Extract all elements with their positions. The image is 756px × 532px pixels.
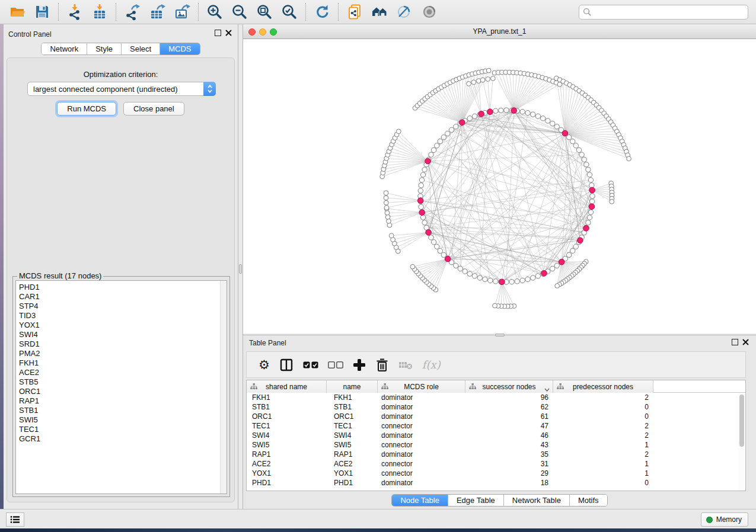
cell-predecessor-nodes[interactable]: 2 [553,393,653,402]
close-panel-button[interactable]: Close panel [123,102,184,116]
column-header-shared-name[interactable]: shared name [247,380,327,393]
cell-successor-nodes[interactable]: 62 [465,402,553,412]
zoom-fit-icon[interactable] [254,2,275,21]
cell-successor-nodes[interactable]: 35 [465,450,553,459]
cell-MCDS-role[interactable]: connector [378,459,465,469]
horizontal-splitter-grip[interactable] [495,334,505,336]
cell-name[interactable]: ORC1 [327,412,378,421]
export-network-icon[interactable] [122,2,142,21]
cell-predecessor-nodes[interactable]: 0 [553,478,653,488]
cell-name[interactable]: ACE2 [327,459,378,469]
optimization-criterion-select[interactable]: largest connected component (undirected) [27,82,216,96]
column-header-MCDS-role[interactable]: MCDS role [378,380,465,393]
cell-name[interactable]: RAP1 [327,450,378,459]
cell-predecessor-nodes[interactable]: 2 [553,421,653,431]
zoom-out-icon[interactable] [229,2,250,21]
node-table[interactable]: shared namenameMCDS rolesuccessor nodesp… [246,380,746,491]
vertical-splitter[interactable] [238,24,243,509]
cell-predecessor-nodes[interactable]: 1 [553,459,653,469]
select-all-icon[interactable] [303,355,318,375]
cell-predecessor-nodes[interactable]: 1 [553,469,653,478]
delete-row-icon[interactable] [375,355,389,375]
mcds-result-item[interactable]: RAP1 [16,396,227,406]
import-table-icon[interactable] [90,2,110,21]
network-graph[interactable] [243,39,756,334]
mcds-result-item[interactable]: TID3 [16,311,227,321]
table-scrollbar-thumb[interactable] [739,395,744,447]
cell-name[interactable]: PHD1 [327,478,378,488]
cell-predecessor-nodes[interactable]: 0 [553,412,653,421]
network-view-canvas[interactable] [243,39,756,334]
cell-successor-nodes[interactable]: 96 [465,393,553,402]
columns-icon[interactable] [279,355,294,375]
table-row[interactable]: ACE2ACE2connector311 [247,459,745,469]
mcds-result-item[interactable]: PMA2 [16,349,227,358]
table-row[interactable]: TEC1TEC1connector472 [247,421,745,431]
mcds-result-list[interactable]: PHD1CAR1STP4TID3YOX1SWI4SRD1PMA2FKH1ACE2… [15,280,227,494]
cell-name[interactable]: STB1 [327,402,378,412]
cell-MCDS-role[interactable]: connector [378,469,465,478]
mcds-result-item[interactable]: STP4 [16,302,227,311]
home-networks-icon[interactable] [369,2,390,21]
cell-predecessor-nodes[interactable]: 2 [553,431,653,440]
cell-successor-nodes[interactable]: 31 [465,459,553,469]
memory-button[interactable]: Memory [701,512,748,527]
tab-mcds[interactable]: MCDS [160,43,199,55]
table-row[interactable]: YOX1YOX1connector291 [247,469,745,478]
export-image-icon[interactable] [172,2,192,21]
cell-MCDS-role[interactable]: connector [378,440,465,450]
column-header-predecessor-nodes[interactable]: predecessor nodes [553,380,653,393]
tab-motifs[interactable]: Motifs [570,495,607,506]
search-field[interactable] [579,5,748,20]
search-input[interactable] [592,8,748,17]
cell-name[interactable]: YOX1 [327,469,378,478]
splitter-grip[interactable] [239,264,242,274]
table-row[interactable]: FKH1FKH1dominator962 [247,393,745,402]
mcds-result-item[interactable]: GCR1 [16,434,227,444]
cell-MCDS-role[interactable]: dominator [378,431,465,440]
mcds-result-item[interactable]: CAR1 [16,292,227,302]
cell-predecessor-nodes[interactable]: 0 [553,402,653,412]
open-file-icon[interactable] [7,2,27,21]
table-row[interactable]: ORC1ORC1dominator610 [247,412,745,421]
cell-successor-nodes[interactable]: 43 [465,440,553,450]
network-window-titlebar[interactable]: YPA_prune.txt_1 [243,24,756,39]
mcds-result-item[interactable]: TEC1 [16,425,227,434]
hide-panels-icon[interactable] [394,2,414,21]
cell-shared-name[interactable]: STB1 [247,402,327,412]
mcds-result-item[interactable]: SRD1 [16,339,227,349]
cell-MCDS-role[interactable]: dominator [378,402,465,412]
cell-MCDS-role[interactable]: dominator [378,412,465,421]
mcds-result-item[interactable]: FKH1 [16,358,227,368]
cell-MCDS-role[interactable]: connector [378,421,465,431]
cell-shared-name[interactable]: FKH1 [247,393,327,402]
tab-node-table[interactable]: Node Table [392,495,448,506]
cell-name[interactable]: SWI4 [327,431,378,440]
cell-shared-name[interactable]: RAP1 [247,450,327,459]
export-table-icon[interactable] [147,2,167,21]
task-history-button[interactable] [6,512,24,527]
save-session-icon[interactable] [32,2,52,21]
mcds-result-item[interactable]: STB1 [16,406,227,415]
table-row[interactable]: SWI4SWI4dominator462 [247,431,745,440]
show-panels-icon[interactable] [419,2,439,21]
mcds-list-scrollbar[interactable] [220,281,227,493]
cell-successor-nodes[interactable]: 47 [465,421,553,431]
cell-successor-nodes[interactable]: 46 [465,431,553,440]
float-panel-icon[interactable] [732,339,738,345]
cell-name[interactable]: SWI5 [327,440,378,450]
mcds-result-item[interactable]: SWI5 [16,415,227,425]
deselect-all-icon[interactable] [328,355,343,375]
mcds-result-item[interactable]: STB5 [16,377,227,387]
network-file-icon[interactable] [344,2,365,21]
cell-shared-name[interactable]: SWI4 [247,431,327,440]
import-network-icon[interactable] [65,2,85,21]
cell-shared-name[interactable]: TEC1 [247,421,327,431]
table-row[interactable]: STB1STB1dominator620 [247,402,745,412]
column-header-successor-nodes[interactable]: successor nodes [465,380,553,393]
zoom-in-icon[interactable] [205,2,225,21]
mcds-result-item[interactable]: PHD1 [16,283,227,292]
tab-network-table[interactable]: Network Table [504,495,570,506]
close-panel-icon[interactable] [742,339,749,345]
cell-MCDS-role[interactable]: dominator [378,450,465,459]
